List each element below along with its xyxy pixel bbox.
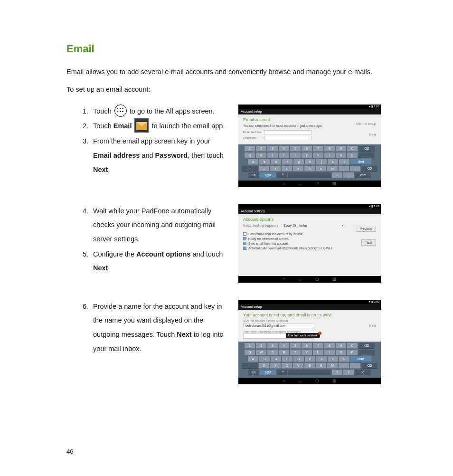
key[interactable]: S	[259, 356, 270, 362]
key[interactable]: C	[282, 363, 292, 369]
key[interactable]: f	[282, 159, 293, 165]
next-button[interactable]: Next	[369, 323, 376, 328]
key[interactable]: s	[259, 159, 270, 165]
key[interactable]: 7	[313, 343, 323, 349]
key[interactable]: l	[339, 159, 349, 165]
key[interactable]: I	[324, 350, 335, 355]
key[interactable]: w	[256, 152, 266, 158]
key[interactable]: 2	[256, 146, 266, 152]
key[interactable]: m	[327, 166, 338, 171]
apps-nav-icon[interactable]: ▥	[332, 379, 336, 383]
key[interactable]	[359, 350, 375, 355]
key[interactable]: z	[259, 166, 269, 171]
key[interactable]: a	[248, 159, 258, 165]
manual-setup-button[interactable]: Manual setup	[356, 121, 376, 126]
key[interactable]: V	[293, 363, 303, 369]
key[interactable]: d	[271, 159, 281, 165]
key[interactable]: 5	[290, 343, 301, 349]
key[interactable]: 2	[256, 343, 266, 349]
next-button[interactable]: Next	[369, 132, 376, 137]
key[interactable]: o	[336, 152, 346, 158]
key[interactable]: k	[328, 159, 338, 165]
home-icon[interactable]: ⌂	[283, 379, 285, 383]
checkbox-autodl[interactable]	[243, 247, 246, 250]
key[interactable]: F	[282, 356, 293, 362]
key[interactable]: c	[282, 166, 292, 171]
key[interactable]: ⌫	[359, 146, 375, 152]
back-icon[interactable]: ◡	[299, 181, 302, 186]
key[interactable]: O	[336, 350, 346, 355]
checkbox-default[interactable]	[243, 232, 246, 236]
key[interactable]: 🎤	[277, 172, 287, 178]
key[interactable]: i	[324, 152, 335, 158]
key[interactable]: j	[316, 159, 327, 165]
key[interactable]: e	[267, 152, 278, 158]
key[interactable]: :-)	[355, 370, 371, 375]
previous-button[interactable]: Previous	[356, 226, 376, 232]
key[interactable]: W	[256, 350, 266, 355]
key[interactable]: U	[313, 350, 323, 355]
key[interactable]: .com	[355, 172, 371, 178]
key[interactable]: _	[343, 172, 354, 178]
key[interactable]: 5	[290, 146, 301, 152]
checkbox-notify[interactable]	[243, 237, 246, 240]
key[interactable]: B	[304, 363, 315, 369]
key[interactable]: 6	[302, 146, 312, 152]
key[interactable]: y	[302, 152, 312, 158]
key[interactable]: 3	[267, 343, 278, 349]
key[interactable]: ⌫	[359, 343, 375, 349]
key[interactable]: D	[271, 356, 281, 362]
key[interactable]: p	[347, 152, 358, 158]
key[interactable]: J	[316, 356, 327, 362]
key[interactable]: 8	[324, 343, 335, 349]
key[interactable]: 0	[347, 343, 358, 349]
key[interactable]: A	[248, 356, 258, 362]
key[interactable]: L	[339, 356, 349, 362]
password-field[interactable]	[264, 136, 311, 140]
key[interactable]: g	[293, 159, 304, 165]
key[interactable]: 4	[279, 343, 289, 349]
home-icon[interactable]: ⌂	[283, 181, 285, 186]
key[interactable]: M	[327, 363, 338, 369]
checkbox-sync[interactable]	[243, 242, 246, 245]
apps-nav-icon[interactable]: ▥	[332, 181, 336, 186]
key[interactable]: 1@#	[260, 172, 276, 178]
key[interactable]: ↑	[242, 363, 258, 369]
key[interactable]: ↑	[242, 166, 258, 171]
key[interactable]: ⌫	[361, 363, 378, 369]
key[interactable]: n	[316, 166, 326, 171]
key[interactable]: Z	[259, 363, 269, 369]
key[interactable]: ?	[343, 370, 354, 375]
key[interactable]: X	[270, 363, 281, 369]
key[interactable]: T	[290, 350, 301, 355]
key[interactable]: -	[332, 172, 342, 178]
key[interactable]	[288, 370, 331, 375]
key[interactable]: 0	[347, 146, 358, 152]
on-screen-keyboard[interactable]: 1234567890⌫qwertyuiopasdfghjklNext↑zxcvb…	[238, 144, 381, 181]
key[interactable]: En	[248, 370, 259, 375]
key[interactable]: .	[350, 166, 360, 171]
key[interactable]: b	[304, 166, 315, 171]
key[interactable]: P	[347, 350, 358, 355]
recent-icon[interactable]: ▢	[315, 277, 319, 281]
key[interactable]: E	[267, 350, 278, 355]
key[interactable]: v	[293, 166, 303, 171]
key[interactable]: 🎤	[277, 370, 287, 375]
key[interactable]	[288, 172, 331, 178]
key[interactable]: Q	[245, 350, 255, 355]
key[interactable]: 1	[245, 343, 255, 349]
key[interactable]: Done	[350, 356, 371, 362]
key[interactable]: 6	[302, 343, 312, 349]
key[interactable]: Y	[302, 350, 312, 355]
back-icon[interactable]: ◡	[299, 379, 302, 383]
key[interactable]: 7	[313, 146, 323, 152]
key[interactable]: h	[305, 159, 315, 165]
key[interactable]: r	[279, 152, 289, 158]
key[interactable]: K	[328, 356, 338, 362]
key[interactable]: En	[248, 172, 259, 178]
key[interactable]: ,	[339, 166, 349, 171]
back-icon[interactable]: ◡	[299, 277, 302, 281]
frequency-dropdown[interactable]: Every 15 minutes	[283, 224, 307, 227]
key[interactable]: t	[290, 152, 301, 158]
key[interactable]: H	[305, 356, 315, 362]
